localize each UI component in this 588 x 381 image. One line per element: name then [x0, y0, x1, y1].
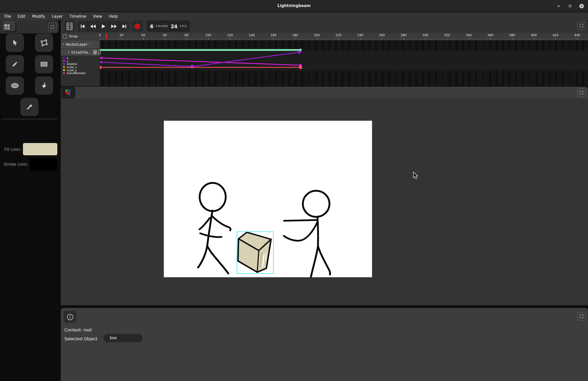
- tools-divider: [1, 119, 57, 119]
- property-name: rotation: [67, 62, 77, 66]
- ruler-label-120: 120: [227, 33, 233, 37]
- ruler-label-40: 40: [141, 33, 145, 37]
- stage[interactable]: [164, 121, 372, 277]
- ruler-label-420: 420: [553, 33, 559, 37]
- fast-forward-button[interactable]: [109, 21, 119, 32]
- window-controls: [556, 0, 584, 12]
- vector-shapes-icon[interactable]: [61, 87, 75, 99]
- ellipse-tool-button[interactable]: [6, 76, 24, 95]
- keyframe-arrow[interactable]: [100, 56, 102, 59]
- transform-tool-button[interactable]: [35, 34, 53, 52]
- playhead[interactable]: [104, 33, 109, 40]
- menu-item-file[interactable]: File: [1, 13, 14, 20]
- info-icon[interactable]: [64, 311, 76, 323]
- timeline-tracks[interactable]: ▾ VectorLayer [L] ▾ 151ad70a... ~ xyrota…: [61, 40, 588, 86]
- tools-panel-header: [0, 20, 59, 33]
- ruler-label-60: 60: [163, 33, 167, 37]
- film-icon[interactable]: [64, 21, 75, 32]
- rectangle-icon: [40, 61, 48, 67]
- select-tool-button[interactable]: [6, 34, 24, 52]
- ruler-label-340: 340: [466, 33, 472, 37]
- collapse-triangle-icon[interactable]: ▾: [68, 51, 70, 54]
- keyframe-toggle-button[interactable]: [93, 50, 97, 55]
- skip-end-button[interactable]: [119, 21, 130, 32]
- skip-start-button[interactable]: [77, 21, 88, 32]
- ruler-label-0: 0: [99, 33, 101, 37]
- ruler-label-260: 260: [379, 33, 385, 37]
- info-expand-button[interactable]: [577, 312, 586, 320]
- playback-controls: [77, 21, 130, 32]
- rectangle-tool-button[interactable]: [35, 55, 53, 73]
- ruler-tick: [360, 38, 360, 40]
- maximize-button[interactable]: [567, 3, 573, 9]
- pencil-tool-button[interactable]: [6, 55, 24, 73]
- snap-label: Snap: [69, 34, 78, 38]
- selected-object-value[interactable]: box: [104, 334, 142, 342]
- play-button[interactable]: [98, 21, 109, 32]
- collapse-triangle-icon[interactable]: ▾: [63, 43, 64, 46]
- layer-row-vectorlayer[interactable]: ▾ VectorLayer [L]: [61, 40, 100, 48]
- keyframe-dot[interactable]: [298, 51, 301, 54]
- property-color-dot: [63, 69, 65, 71]
- ruler-label-100: 100: [205, 33, 211, 37]
- timeline-ruler[interactable]: Snap 02040608010012014016018020022024026…: [61, 33, 588, 40]
- keyframe-curves[interactable]: [61, 40, 588, 86]
- pencil-icon: [11, 61, 19, 68]
- menu-item-layer[interactable]: Layer: [48, 13, 66, 20]
- ruler-tick: [425, 38, 426, 40]
- stroke-color-label: Stroke color:: [4, 162, 28, 167]
- timeline-expand-button[interactable]: [577, 21, 586, 30]
- property-row-rotation[interactable]: rotation: [61, 62, 100, 66]
- menu-item-view[interactable]: View: [89, 13, 106, 20]
- snap-checkbox[interactable]: [63, 34, 67, 39]
- fill-color-swatch[interactable]: [23, 143, 57, 155]
- select-arrow-icon: [11, 39, 18, 46]
- property-row-frameNumber[interactable]: frameNumber: [61, 72, 100, 75]
- menu-item-help[interactable]: Help: [106, 13, 121, 20]
- property-row-scale_y[interactable]: scale_y: [61, 69, 100, 72]
- curve-clip-span[interactable]: [100, 49, 302, 51]
- selected-object-label: Selected Object: [64, 336, 97, 341]
- paint-bucket-tool-button[interactable]: [35, 76, 53, 95]
- timeline-panel: 6 FRAME 24 FPS Snap 02040608010012014016…: [61, 20, 588, 86]
- ruler-label-20: 20: [120, 33, 124, 37]
- layer-row-clip[interactable]: ▾ 151ad70a... ~: [61, 49, 100, 56]
- ruler-tick: [165, 38, 165, 40]
- ruler-tick: [382, 38, 382, 40]
- ruler-label-400: 400: [531, 33, 537, 37]
- panel-grid-button[interactable]: [3, 22, 16, 32]
- canvas-expand-button[interactable]: [577, 88, 586, 97]
- ruler-tick: [555, 38, 556, 40]
- stick-figure-left: [198, 183, 231, 273]
- property-row-x[interactable]: x: [61, 56, 100, 59]
- property-row-y[interactable]: y: [61, 59, 100, 63]
- eyedropper-tool-button[interactable]: [20, 98, 39, 116]
- record-button[interactable]: [132, 21, 143, 32]
- eyedropper-icon: [26, 103, 33, 111]
- window-title: Lightningbeam: [0, 3, 588, 8]
- ruler-label-380: 380: [509, 33, 515, 37]
- ruler-tick: [577, 38, 578, 40]
- property-name: scale_y: [67, 69, 77, 72]
- rewind-button[interactable]: [88, 21, 98, 32]
- curve-toggle-button[interactable]: ~: [98, 50, 101, 55]
- menu-item-modify[interactable]: Modify: [29, 13, 48, 20]
- keyframe-square[interactable]: [299, 66, 302, 69]
- curve-y[interactable]: [100, 58, 301, 65]
- keyframe-dot[interactable]: [190, 65, 194, 68]
- minimize-button[interactable]: [556, 3, 561, 9]
- menu-item-timeline[interactable]: Timeline: [66, 13, 90, 20]
- menu-item-edit[interactable]: Edit: [14, 13, 29, 20]
- tools-expand-button[interactable]: [48, 23, 57, 31]
- layer-name[interactable]: VectorLayer: [66, 42, 88, 46]
- property-row-scale_x[interactable]: scale_x: [61, 66, 100, 69]
- ruler-tick: [252, 38, 252, 40]
- paint-bucket-icon: [40, 82, 48, 89]
- close-button[interactable]: [579, 3, 584, 9]
- ruler-minor-ticks: [100, 38, 588, 40]
- stroke-color-swatch[interactable]: [30, 158, 57, 170]
- keyframe-arrow[interactable]: [100, 61, 102, 64]
- clip-name[interactable]: 151ad70a...: [71, 50, 91, 54]
- canvas-panel: [61, 87, 588, 305]
- property-name: x: [67, 56, 68, 59]
